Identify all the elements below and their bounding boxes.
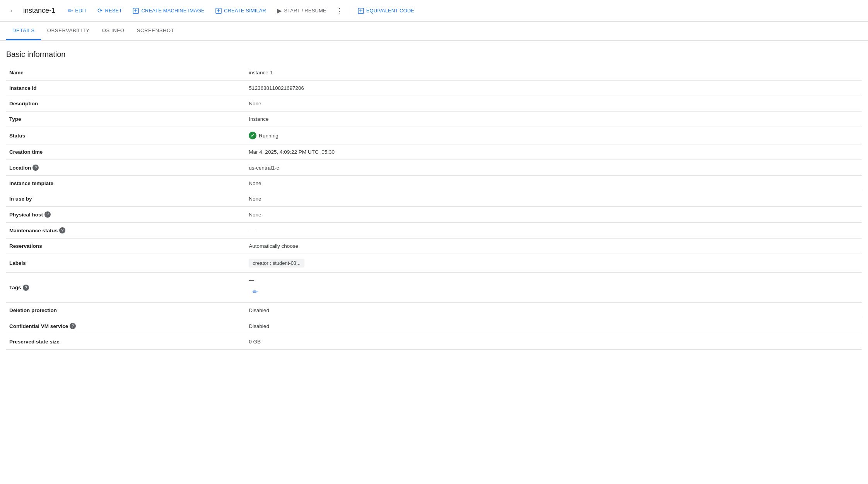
field-value-maintenance-status: — xyxy=(246,223,862,239)
field-label-type: Type xyxy=(6,112,246,127)
table-row: Instance Id 5123688110821697206 xyxy=(6,81,862,96)
more-options-button[interactable]: ⋮ xyxy=(333,4,347,18)
start-resume-icon: ▶ xyxy=(277,7,282,14)
field-label-confidential-vm: Confidential VM service ? xyxy=(6,318,246,334)
edit-button[interactable]: ✏ EDIT xyxy=(63,4,91,18)
field-value-tags: — ✏ xyxy=(246,273,862,303)
equivalent-code-label: EQUIVALENT CODE xyxy=(366,8,414,14)
field-value-creation-time: Mar 4, 2025, 4:09:22 PM UTC+05:30 xyxy=(246,144,862,160)
table-row: Preserved state size 0 GB xyxy=(6,334,862,350)
main-content: Basic information Name instance-1 Instan… xyxy=(0,41,868,359)
field-label-name: Name xyxy=(6,65,246,81)
start-resume-label: START / RESUME xyxy=(284,8,326,14)
tab-bar: DETAILS OBSERVABILITY OS INFO SCREENSHOT xyxy=(0,22,868,41)
field-value-name: instance-1 xyxy=(246,65,862,81)
field-label-instance-template: Instance template xyxy=(6,176,246,191)
field-label-in-use-by: In use by xyxy=(6,191,246,207)
field-label-creation-time: Creation time xyxy=(6,144,246,160)
field-label-deletion-protection: Deletion protection xyxy=(6,303,246,318)
field-value-instance-template: None xyxy=(246,176,862,191)
field-label-description: Description xyxy=(6,96,246,112)
table-row: Confidential VM service ? Disabled xyxy=(6,318,862,334)
create-similar-icon xyxy=(215,8,222,14)
tab-screenshot[interactable]: SCREENSHOT xyxy=(131,22,181,40)
create-machine-image-icon xyxy=(133,8,139,14)
table-row: Location ? us-central1-c xyxy=(6,160,862,176)
field-value-location: us-central1-c xyxy=(246,160,862,176)
table-row: Creation time Mar 4, 2025, 4:09:22 PM UT… xyxy=(6,144,862,160)
equivalent-code-icon xyxy=(358,8,364,14)
more-icon: ⋮ xyxy=(336,6,343,15)
table-row: In use by None xyxy=(6,191,862,207)
tags-edit-button[interactable]: ✏ xyxy=(249,285,261,298)
table-row: Labels creator : student-03... xyxy=(6,254,862,273)
field-label-physical-host: Physical host ? xyxy=(6,207,246,223)
field-label-labels: Labels xyxy=(6,254,246,273)
field-value-type: Instance xyxy=(246,112,862,127)
table-row: Reservations Automatically choose xyxy=(6,239,862,254)
tags-help-icon[interactable]: ? xyxy=(23,285,29,291)
table-row: Tags ? — ✏ xyxy=(6,273,862,303)
location-help-icon[interactable]: ? xyxy=(32,165,39,171)
field-value-description: None xyxy=(246,96,862,112)
create-machine-image-button[interactable]: CREATE MACHINE IMAGE xyxy=(128,4,209,18)
field-value-reservations: Automatically choose xyxy=(246,239,862,254)
reset-icon: ⟳ xyxy=(97,7,103,14)
label-chip: creator : student-03... xyxy=(249,259,304,268)
create-similar-button[interactable]: CREATE SIMILAR xyxy=(211,4,271,18)
edit-icon: ✏ xyxy=(68,7,73,14)
field-value-confidential-vm: Disabled xyxy=(246,318,862,334)
field-label-status: Status xyxy=(6,127,246,144)
field-value-physical-host: None xyxy=(246,207,862,223)
confidential-vm-help-icon[interactable]: ? xyxy=(70,323,76,329)
tab-details[interactable]: DETAILS xyxy=(6,22,41,40)
field-value-status: Running xyxy=(246,127,862,144)
table-row: Physical host ? None xyxy=(6,207,862,223)
info-table: Name instance-1 Instance Id 512368811082… xyxy=(6,65,862,350)
field-value-preserved-state-size: 0 GB xyxy=(246,334,862,350)
table-row: Name instance-1 xyxy=(6,65,862,81)
table-row: Maintenance status ? — xyxy=(6,223,862,239)
reset-button[interactable]: ⟳ RESET xyxy=(93,4,126,18)
field-label-instance-id: Instance Id xyxy=(6,81,246,96)
maintenance-status-help-icon[interactable]: ? xyxy=(59,227,65,233)
start-resume-button[interactable]: ▶ START / RESUME xyxy=(272,4,331,18)
field-value-in-use-by: None xyxy=(246,191,862,207)
equivalent-code-button[interactable]: EQUIVALENT CODE xyxy=(353,4,419,18)
status-text: Running xyxy=(259,133,278,139)
section-title: Basic information xyxy=(6,50,862,59)
field-label-tags: Tags ? xyxy=(6,273,246,303)
field-label-maintenance-status: Maintenance status ? xyxy=(6,223,246,239)
table-row: Type Instance xyxy=(6,112,862,127)
table-row: Deletion protection Disabled xyxy=(6,303,862,318)
back-icon: ← xyxy=(9,6,17,15)
field-value-instance-id: 5123688110821697206 xyxy=(246,81,862,96)
toolbar: ← instance-1 ✏ EDIT ⟳ RESET CREATE MACHI… xyxy=(0,0,868,22)
table-row: Instance template None xyxy=(6,176,862,191)
create-machine-image-label: CREATE MACHINE IMAGE xyxy=(141,8,204,14)
table-row: Status Running xyxy=(6,127,862,144)
physical-host-help-icon[interactable]: ? xyxy=(44,211,51,218)
field-label-preserved-state-size: Preserved state size xyxy=(6,334,246,350)
page-title: instance-1 xyxy=(23,7,55,15)
table-row: Description None xyxy=(6,96,862,112)
field-value-labels: creator : student-03... xyxy=(246,254,862,273)
field-label-location: Location ? xyxy=(6,160,246,176)
field-label-reservations: Reservations xyxy=(6,239,246,254)
status-running-icon xyxy=(249,132,256,139)
create-similar-label: CREATE SIMILAR xyxy=(224,8,266,14)
tab-os-info[interactable]: OS INFO xyxy=(96,22,131,40)
reset-label: RESET xyxy=(105,8,122,14)
edit-label: EDIT xyxy=(75,8,87,14)
toolbar-divider xyxy=(350,6,350,15)
tab-observability[interactable]: OBSERVABILITY xyxy=(41,22,96,40)
tags-edit-icon: ✏ xyxy=(253,288,258,295)
field-value-deletion-protection: Disabled xyxy=(246,303,862,318)
back-button[interactable]: ← xyxy=(6,4,20,18)
